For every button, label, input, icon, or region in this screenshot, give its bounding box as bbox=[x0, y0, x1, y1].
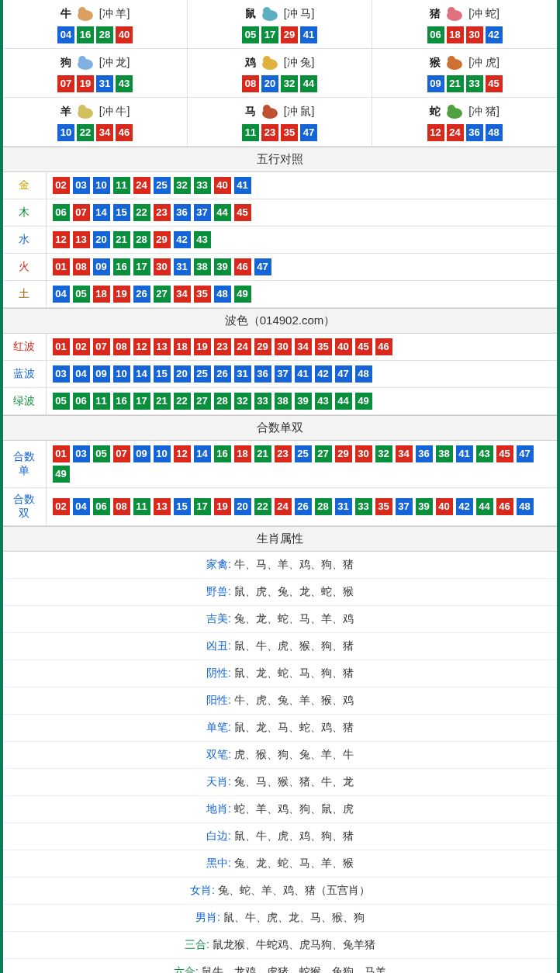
number-badge: 07 bbox=[113, 445, 130, 462]
zodiac-cell: 马[冲 鼠]11233547 bbox=[188, 98, 372, 147]
number-badge: 46 bbox=[496, 498, 513, 515]
attr-row: 凶丑: 鼠、牛、虎、猴、狗、猪 bbox=[3, 633, 557, 660]
number-badge: 20 bbox=[174, 365, 191, 383]
zodiac-head: 猪[冲 蛇] bbox=[372, 5, 557, 23]
attr-label: 地肖: bbox=[206, 802, 234, 815]
number-badge: 02 bbox=[53, 177, 70, 194]
zodiac-head: 马[冲 鼠] bbox=[188, 102, 372, 121]
attr-label: 三合: bbox=[185, 938, 213, 950]
number-badge: 20 bbox=[93, 231, 110, 248]
row-label: 蓝波 bbox=[3, 361, 46, 388]
number-badge: 24 bbox=[447, 124, 464, 141]
number-badge: 10 bbox=[113, 365, 130, 383]
number-badge: 28 bbox=[214, 393, 231, 410]
number-badge: 12 bbox=[174, 445, 191, 462]
number-badge: 05 bbox=[93, 445, 110, 462]
number-badge: 47 bbox=[300, 124, 317, 141]
number-badge: 22 bbox=[77, 124, 94, 141]
number-badge: 36 bbox=[466, 124, 483, 141]
number-badge: 13 bbox=[154, 498, 171, 515]
number-badge: 17 bbox=[261, 26, 278, 43]
number-badge: 23 bbox=[261, 124, 278, 141]
number-badge: 28 bbox=[96, 26, 113, 43]
number-badge: 39 bbox=[214, 258, 231, 275]
number-badge: 14 bbox=[93, 204, 110, 221]
number-badge: 14 bbox=[133, 365, 150, 383]
number-badge: 24 bbox=[234, 338, 251, 355]
number-badge: 29 bbox=[281, 26, 298, 43]
zodiac-head: 牛[冲 羊] bbox=[3, 5, 187, 23]
number-badge: 06 bbox=[53, 204, 70, 221]
number-badge: 13 bbox=[154, 338, 171, 355]
zodiac-animal-icon bbox=[73, 54, 98, 72]
number-badge: 04 bbox=[57, 26, 74, 43]
number-badge: 02 bbox=[73, 338, 90, 355]
zodiac-head: 鸡[冲 兔] bbox=[188, 54, 372, 72]
number-badge: 33 bbox=[355, 498, 372, 515]
shuxing-header: 生肖属性 bbox=[3, 526, 557, 552]
zodiac-cell: 蛇[冲 猪]12243648 bbox=[372, 98, 557, 147]
number-badge: 08 bbox=[113, 498, 130, 515]
number-badge: 46 bbox=[234, 258, 251, 275]
number-badge: 08 bbox=[73, 258, 90, 275]
number-badge: 19 bbox=[194, 338, 211, 355]
number-badge: 23 bbox=[154, 204, 171, 221]
heshu-table: 合数单0103050709101214161821232527293032343… bbox=[3, 441, 557, 526]
number-badge: 48 bbox=[355, 365, 372, 383]
number-badge: 08 bbox=[113, 338, 130, 355]
attr-label: 男肖: bbox=[195, 911, 223, 923]
attr-value: 鼠、龙、蛇、马、狗、猪 bbox=[234, 667, 354, 679]
number-badge: 05 bbox=[53, 393, 70, 410]
row-numbers: 0204060811131517192022242628313335373940… bbox=[46, 488, 557, 526]
number-badge: 37 bbox=[194, 204, 211, 221]
number-badge: 39 bbox=[416, 498, 433, 515]
number-badge: 31 bbox=[234, 365, 251, 383]
attr-row: 白边: 鼠、牛、虎、鸡、狗、猪 bbox=[3, 823, 557, 850]
attr-row: 地肖: 蛇、羊、鸡、狗、鼠、虎 bbox=[3, 796, 557, 823]
number-badge: 42 bbox=[315, 365, 332, 383]
attr-row: 吉美: 兔、龙、蛇、马、羊、鸡 bbox=[3, 606, 557, 633]
number-badge: 08 bbox=[242, 75, 259, 92]
number-badge: 43 bbox=[315, 393, 332, 410]
zodiac-clash: [冲 羊] bbox=[99, 7, 130, 21]
number-badge: 43 bbox=[476, 445, 493, 462]
number-badge: 06 bbox=[93, 498, 110, 515]
number-badge: 32 bbox=[375, 445, 392, 462]
number-badge: 19 bbox=[77, 75, 94, 92]
attr-label: 白边: bbox=[206, 829, 234, 842]
zodiac-cell: 鸡[冲 兔]08203244 bbox=[188, 49, 372, 98]
number-badge: 35 bbox=[194, 286, 211, 303]
number-badge: 31 bbox=[335, 498, 352, 515]
number-badge: 21 bbox=[113, 231, 130, 248]
svg-point-17 bbox=[448, 105, 455, 113]
number-badge: 49 bbox=[234, 286, 251, 303]
number-badge: 37 bbox=[275, 365, 292, 383]
number-badge: 44 bbox=[335, 393, 352, 410]
number-badge: 22 bbox=[254, 498, 271, 515]
number-badge: 18 bbox=[174, 338, 191, 355]
attr-value: 鼠、牛、虎、龙、马、猴、狗 bbox=[223, 911, 365, 923]
number-badge: 45 bbox=[234, 204, 251, 221]
number-badge: 30 bbox=[154, 258, 171, 275]
number-badge: 20 bbox=[234, 498, 251, 515]
zodiac-cell: 鼠[冲 马]05172941 bbox=[188, 0, 372, 49]
number-badge: 46 bbox=[116, 124, 133, 141]
zodiac-numbers: 06183042 bbox=[372, 26, 557, 43]
row-numbers: 0108091617303138394647 bbox=[46, 254, 557, 281]
svg-point-11 bbox=[448, 56, 455, 64]
zodiac-name: 羊 bbox=[60, 105, 71, 119]
number-badge: 38 bbox=[275, 393, 292, 410]
number-badge: 28 bbox=[315, 498, 332, 515]
number-badge: 09 bbox=[427, 75, 444, 92]
row-label: 水 bbox=[3, 227, 46, 254]
zodiac-animal-icon bbox=[73, 5, 98, 23]
number-badge: 09 bbox=[93, 258, 110, 275]
number-badge: 30 bbox=[466, 26, 483, 43]
row-numbers: 06071415222336374445 bbox=[46, 199, 557, 227]
number-badge: 27 bbox=[194, 393, 211, 410]
zodiac-clash: [冲 马] bbox=[284, 7, 315, 21]
attr-value: 鼠牛、龙鸡、虎猪、蛇猴、兔狗、马羊 bbox=[202, 965, 386, 973]
zodiac-cell: 猪[冲 蛇]06183042 bbox=[372, 0, 557, 49]
number-badge: 15 bbox=[154, 365, 171, 383]
number-badge: 43 bbox=[116, 75, 133, 92]
